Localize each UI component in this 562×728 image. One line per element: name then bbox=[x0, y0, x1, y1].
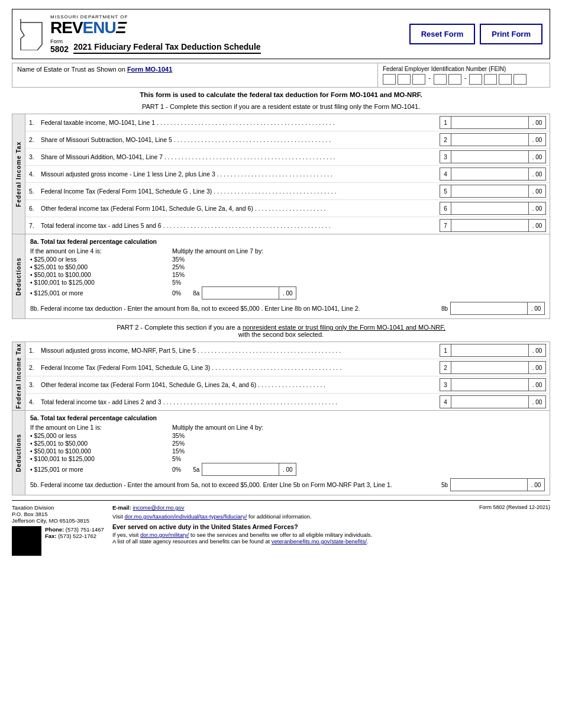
name-cell: Name of Estate or Trust as Shown on Form… bbox=[12, 63, 378, 87]
line5b-label: 5b bbox=[441, 482, 448, 488]
ded-table-header: If the amount on Line 4 is: Multiply the… bbox=[30, 247, 545, 255]
line8a-cents: . 00 bbox=[279, 286, 296, 299]
line8b-cents: . 00 bbox=[527, 302, 545, 315]
p2-line2-num: 2 bbox=[440, 361, 451, 374]
reset-button[interactable]: Reset Form bbox=[409, 24, 476, 44]
table-row: 3. Other federal income tax (Federal For… bbox=[25, 376, 550, 394]
ded-8b-row: 8b. Federal income tax deduction - Enter… bbox=[30, 302, 545, 315]
part1-fit-label-col: Federal Income Tax bbox=[12, 114, 25, 234]
ded-pct-3: 5% bbox=[172, 279, 181, 286]
fein-box[interactable] bbox=[499, 74, 512, 85]
part2-ded-title: 5a. Total tax federal percentage calcula… bbox=[30, 414, 545, 421]
part1-deductions-section: Deductions 8a. Total tax federal percent… bbox=[12, 234, 550, 319]
table-row: 2. Federal Income Tax (Federal Form 1041… bbox=[25, 359, 550, 376]
p2-line1-input[interactable] bbox=[451, 344, 528, 357]
ded-amount-4: • $125,001 or more bbox=[30, 289, 172, 297]
line4-input[interactable] bbox=[451, 167, 528, 181]
line7-input[interactable] bbox=[451, 219, 528, 232]
armed-forces-text2: A list of all state agency resources and… bbox=[112, 538, 473, 545]
line7-cents: . 00 bbox=[528, 219, 546, 232]
visit-link[interactable]: dor.mo.gov/taxation/individual/tax-types… bbox=[124, 513, 247, 520]
p2-line2-input[interactable] bbox=[451, 361, 528, 374]
table-row: 2. Share of Missouri Subtraction, MO-104… bbox=[25, 131, 550, 149]
phone-label: Phone: bbox=[45, 526, 64, 533]
footer-center: E-mail: income@dor.mo.gov Visit dor.mo.g… bbox=[112, 504, 473, 556]
line1-cents: . 00 bbox=[528, 116, 546, 129]
line5b-text: 5b. Federal income tax deduction - Enter… bbox=[30, 481, 438, 488]
center-title: This form is used to calculate the feder… bbox=[12, 91, 550, 98]
line8a-input[interactable] bbox=[202, 286, 279, 299]
p2-ded-row-0: • $25,000 or less 35% bbox=[30, 432, 545, 439]
p2-ded-row-3: • $100,001 to $125,000 5% bbox=[30, 455, 545, 462]
part2-header: PART 2 - Complete this section if you ar… bbox=[12, 324, 550, 338]
p2-line3-input[interactable] bbox=[451, 378, 528, 391]
line6-input[interactable] bbox=[451, 202, 528, 215]
fein-box[interactable] bbox=[469, 74, 482, 85]
line5b-input[interactable] bbox=[450, 478, 527, 491]
header-left: MISSOURI DEPARTMENT OF REVENUΞ Form 5802… bbox=[20, 14, 261, 54]
line8b-text: 8b. Federal income tax deduction - Enter… bbox=[30, 305, 438, 312]
fein-box[interactable] bbox=[398, 74, 411, 85]
line3-input[interactable] bbox=[451, 150, 528, 163]
footer-address1: P.O. Box 3815 bbox=[12, 511, 106, 517]
p2-line4-input[interactable] bbox=[451, 395, 528, 408]
table-row: 1. Federal taxable income, MO-1041, Line… bbox=[25, 114, 550, 131]
line5a-input[interactable] bbox=[202, 463, 279, 476]
fein-cell: Federal Employer Identification Number (… bbox=[378, 63, 550, 87]
p2-line1-cents: . 00 bbox=[528, 344, 546, 357]
form-mo1041-link[interactable]: Form MO-1041 bbox=[127, 66, 172, 73]
part1-header: PART 1 - Complete this section if you ar… bbox=[12, 103, 550, 110]
fax-number: (573) 522-1762 bbox=[58, 533, 96, 539]
p2-line3-cents: . 00 bbox=[528, 378, 546, 391]
line6-cents: . 00 bbox=[528, 202, 546, 215]
p2-line1-num: 1 bbox=[440, 344, 451, 357]
p2-ded-row-4: • $125,001 or more 0% 5a . 00 bbox=[30, 463, 545, 476]
p2-line4-cents: . 00 bbox=[528, 395, 546, 408]
line4-cents: . 00 bbox=[528, 167, 546, 181]
part2-deductions-content: 5a. Total tax federal percentage calcula… bbox=[25, 411, 550, 495]
ded-pct-4: 0% bbox=[172, 289, 181, 297]
line2-input[interactable] bbox=[451, 133, 528, 146]
fein-box[interactable] bbox=[513, 74, 527, 85]
ded-pct-0: 35% bbox=[172, 256, 185, 263]
p2-ded-table-header: If the amount on Line 1 is: Multiply the… bbox=[30, 424, 545, 431]
armed-forces-link2[interactable]: veteranbenefits.mo.gov/state-benefits/ bbox=[272, 538, 367, 545]
line5-input[interactable] bbox=[451, 185, 528, 198]
part2-fit-label: Federal Income Tax bbox=[15, 343, 22, 409]
rev-text: R bbox=[50, 20, 62, 36]
footer-revision: Form 5802 (Revised 12-2021) bbox=[479, 504, 550, 556]
armed-forces-title: Ever served on active duty in the United… bbox=[112, 523, 473, 530]
phone-number: (573) 751-1467 bbox=[66, 526, 104, 533]
fein-label: Federal Employer Identification Number (… bbox=[383, 66, 545, 72]
p2-line4-num: 4 bbox=[440, 395, 451, 408]
armed-forces-link1[interactable]: dor.mo.gov/military/ bbox=[140, 531, 189, 538]
fein-box[interactable] bbox=[448, 74, 461, 85]
part1-federal-income-tax-section: Federal Income Tax 1. Federal taxable in… bbox=[12, 114, 550, 234]
print-button[interactable]: Print Form bbox=[480, 24, 542, 44]
table-row: 4. Missouri adjusted gross income - Line… bbox=[25, 166, 550, 183]
line8b-label: 8b bbox=[441, 305, 448, 312]
line1-input[interactable] bbox=[451, 116, 528, 129]
p2-if-label: If the amount on Line 1 is: bbox=[30, 424, 172, 431]
line5a-label: 5a bbox=[193, 466, 199, 473]
visit-suffix: for additional information. bbox=[248, 513, 312, 520]
part1-ded-label-col: Deductions bbox=[12, 234, 25, 318]
fein-box[interactable] bbox=[412, 74, 425, 85]
part1-fit-label: Federal Income Tax bbox=[15, 141, 22, 207]
email-link[interactable]: income@dor.mo.gov bbox=[133, 504, 184, 511]
line5-num-badge: 5 bbox=[440, 185, 451, 198]
fein-box[interactable] bbox=[434, 74, 447, 85]
line3-num-badge: 3 bbox=[440, 150, 451, 163]
ded-amount-1: • $25,001 to $50,000 bbox=[30, 263, 172, 270]
line8b-input[interactable] bbox=[450, 302, 527, 315]
fein-box[interactable] bbox=[383, 74, 396, 85]
line4-num-badge: 4 bbox=[440, 167, 451, 181]
ded-amount-3: • $100,001 to $125,000 bbox=[30, 279, 172, 286]
table-row: 3. Share of Missouri Addition, MO-1041, … bbox=[25, 149, 550, 166]
form-title: 2021 Fiduciary Federal Tax Deduction Sch… bbox=[73, 42, 260, 51]
p2-ded-row-1: • $25,001 to $50,000 25% bbox=[30, 440, 545, 447]
line3-cents: . 00 bbox=[528, 150, 546, 163]
ded-row-2: • $50,001 to $100,000 15% bbox=[30, 271, 545, 278]
p2-line3-num: 3 bbox=[440, 378, 451, 391]
fein-box[interactable] bbox=[484, 74, 497, 85]
